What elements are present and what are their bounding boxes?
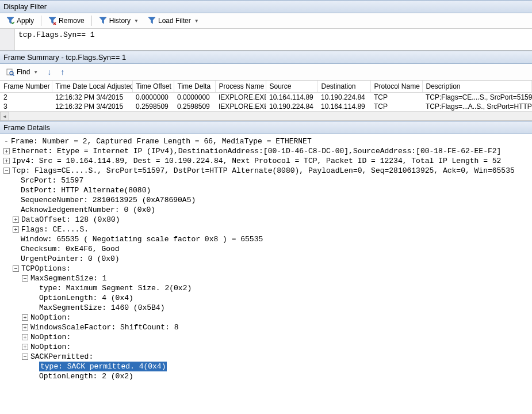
tree-node-urgent[interactable]: UrgentPointer: 0 (0x0) [1, 254, 531, 264]
filter-gutter [0, 29, 15, 50]
tree-node-wsf[interactable]: WindowsScaleFactor: ShiftCount: 8 [1, 322, 531, 332]
tree-expand-icon[interactable] [22, 334, 28, 340]
cell-description: TCP:Flags=...A..S., SrcPort=HTTP Alterna… [422, 102, 532, 111]
tree-label-selected: type: SACK permitted. 4(0x4) [39, 362, 167, 371]
cell-time-delta: 0.2598509 [174, 102, 215, 111]
col-destination[interactable]: Destination [317, 81, 370, 93]
funnel-load-icon [148, 17, 156, 25]
tree-expand-icon[interactable] [22, 314, 28, 321]
tree-node-ethernet[interactable]: Ethernet: Etype = Internet IP (IPv4),Des… [1, 146, 531, 156]
tree-label: SACKPermitted: [30, 352, 93, 362]
col-source[interactable]: Source [266, 81, 317, 93]
tree-node-ipv4[interactable]: Ipv4: Src = 10.164.114.89, Dest = 10.190… [1, 156, 531, 166]
tree-node-mss-len[interactable]: OptionLength: 4 (0x4) [1, 293, 531, 303]
tree-label: type: Maximum Segment Size. 2(0x2) [39, 283, 192, 293]
cell-time-date: 12:16:32 PM 3/4/2015 [52, 102, 132, 111]
tree-node-tcp[interactable]: Tcp: Flags=CE....S., SrcPort=51597, DstP… [1, 166, 531, 176]
tree-expand-icon[interactable] [3, 158, 10, 164]
col-time-date[interactable]: Time Date Local Adjusted [52, 81, 132, 93]
col-frame-number[interactable]: Frame Number [0, 81, 52, 93]
dropdown-arrow-icon: ▼ [33, 70, 38, 75]
tree-node-window[interactable]: Window: 65535 ( Negotiating scale factor… [1, 234, 531, 244]
scroll-left-icon[interactable]: ◄ [0, 112, 9, 121]
horizontal-scrollbar[interactable]: ◄ [0, 111, 532, 120]
cell-protocol: TCP [370, 102, 422, 111]
tree-label: Frame: Number = 2, Captured Frame Length… [11, 136, 312, 146]
cell-protocol: TCP [370, 93, 422, 102]
find-prev-button[interactable]: ↑ [56, 66, 68, 78]
tree-node-dataoffset[interactable]: DataOffset: 128 (0x80) [1, 215, 531, 225]
find-label: Find [17, 68, 30, 76]
tree-expand-icon[interactable] [13, 217, 19, 223]
table-row[interactable]: 2 12:16:32 PM 3/4/2015 0.0000000 0.00000… [0, 93, 532, 102]
tree-node-srcport[interactable]: SrcPort: 51597 [1, 176, 531, 185]
tree-collapse-icon[interactable] [3, 168, 10, 174]
tree-node-acknum[interactable]: AcknowledgementNumber: 0 (0x0) [1, 205, 531, 215]
col-description[interactable]: Description [422, 81, 532, 93]
tree-node-mss-type[interactable]: type: Maximum Segment Size. 2(0x2) [1, 283, 531, 293]
find-button[interactable]: Find ▼ [2, 66, 42, 78]
cell-time-offset: 0.2598509 [132, 102, 174, 111]
tree-expand-icon[interactable] [3, 148, 10, 154]
cell-destination: 10.190.224.84 [317, 93, 370, 102]
history-button[interactable]: History ▼ [95, 15, 143, 26]
tree-node-checksum[interactable]: Checksum: 0xE4F6, Good [1, 244, 531, 254]
col-time-offset[interactable]: Time Offset [132, 81, 174, 93]
tree-label: NoOption: [30, 332, 71, 342]
filter-expression-input[interactable]: tcp.Flags.Syn== 1 [15, 29, 532, 50]
tree-collapse-icon[interactable] [22, 275, 28, 282]
tree-label: OptionLength: 4 (0x4) [39, 293, 133, 303]
arrow-up-icon: ↑ [60, 67, 64, 77]
tree-label: UrgentPointer: 0 (0x0) [21, 254, 120, 264]
filter-expression-area: tcp.Flags.Syn== 1 [0, 29, 532, 51]
tree-node-sackpermitted[interactable]: SACKPermitted: [1, 352, 531, 362]
find-next-button[interactable]: ↓ [43, 66, 55, 78]
svg-rect-0 [7, 69, 12, 75]
tree-node-flags[interactable]: Flags: CE....S. [1, 225, 531, 234]
tree-expand-icon[interactable] [22, 344, 28, 350]
toolbar-separator [91, 16, 92, 26]
tree-collapse-icon[interactable] [13, 265, 19, 272]
tree-label: Tcp: Flags=CE....S., SrcPort=51597, DstP… [12, 166, 515, 176]
tree-label: MaxSegmentSize: 1460 (0x5B4) [39, 303, 164, 313]
tree-label: Ethernet: Etype = Internet IP (IPv4),Des… [12, 146, 501, 156]
apply-button[interactable]: Apply [2, 15, 38, 26]
funnel-apply-icon [6, 17, 14, 25]
tree-node-sack-len[interactable]: OptionLength: 2 (0x2) [1, 371, 531, 381]
tree-expand-icon[interactable] [13, 226, 19, 233]
tree-node-noop[interactable]: NoOption: [1, 332, 531, 342]
tree-collapse-icon[interactable] [22, 354, 28, 360]
funnel-history-icon [99, 17, 107, 25]
toolbar-separator [41, 16, 41, 26]
tree-dash-icon: - [3, 136, 9, 146]
col-time-delta[interactable]: Time Delta [174, 81, 215, 93]
dropdown-arrow-icon: ▼ [134, 18, 139, 24]
tree-node-tcpoptions[interactable]: TCPOptions: [1, 264, 531, 274]
tree-expand-icon[interactable] [22, 324, 28, 331]
cell-source: 10.190.224.84 [266, 102, 317, 111]
cell-process-name: IEXPLORE.EXE [215, 93, 266, 102]
tree-node-seqnum[interactable]: SequenceNumber: 2810613925 (0xA78690A5) [1, 195, 531, 205]
table-row[interactable]: 3 12:16:32 PM 3/4/2015 0.2598509 0.25985… [0, 102, 532, 111]
tree-node-dstport[interactable]: DstPort: HTTP Alternate(8080) [1, 185, 531, 195]
tree-node-mss-val[interactable]: MaxSegmentSize: 1460 (0x5B4) [1, 303, 531, 313]
apply-label: Apply [17, 17, 34, 25]
load-filter-button[interactable]: Load Filter ▼ [144, 15, 203, 26]
cell-time-date: 12:16:32 PM 3/4/2015 [52, 93, 132, 102]
tree-node-noop[interactable]: NoOption: [1, 342, 531, 352]
tree-node-frame[interactable]: - Frame: Number = 2, Captured Frame Leng… [1, 136, 531, 146]
tree-label: DstPort: HTTP Alternate(8080) [21, 185, 151, 195]
svg-line-2 [13, 74, 14, 76]
remove-button[interactable]: Remove [44, 15, 89, 26]
col-process-name[interactable]: Process Name [215, 81, 266, 93]
tree-node-sack-type[interactable]: type: SACK permitted. 4(0x4) [1, 362, 531, 371]
col-protocol-name[interactable]: Protocol Name [370, 81, 422, 93]
tree-label: AcknowledgementNumber: 0 (0x0) [21, 205, 155, 215]
tree-label: WindowsScaleFactor: ShiftCount: 8 [30, 322, 178, 332]
tree-node-mss[interactable]: MaxSegmentSize: 1 [1, 274, 531, 283]
cell-description: TCP:Flags=CE....S., SrcPort=51597, DstPo… [422, 93, 532, 102]
frame-details-tree: - Frame: Number = 2, Captured Frame Leng… [0, 134, 532, 387]
cell-source: 10.164.114.89 [266, 93, 317, 102]
table-header-row: Frame Number Time Date Local Adjusted Ti… [0, 81, 532, 93]
tree-node-noop[interactable]: NoOption: [1, 313, 531, 322]
